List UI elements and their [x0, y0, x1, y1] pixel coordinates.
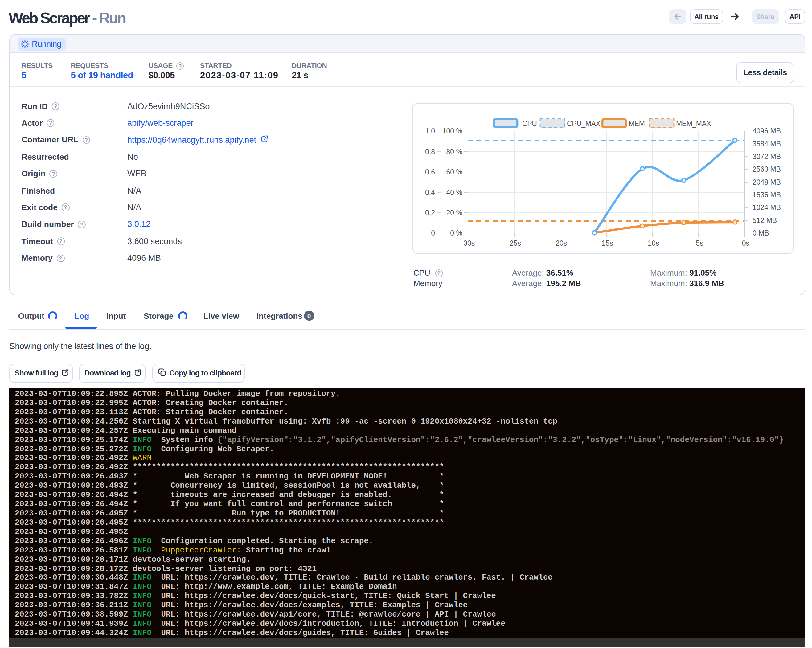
svg-text:40 %: 40 % — [446, 188, 462, 197]
svg-text:-25s: -25s — [507, 239, 521, 247]
svg-text:0,4: 0,4 — [425, 188, 435, 197]
svg-text:-20s: -20s — [553, 239, 567, 247]
svg-text:0,8: 0,8 — [425, 148, 435, 156]
svg-text:100 %: 100 % — [443, 127, 462, 135]
svg-text:MEM_MAX: MEM_MAX — [676, 120, 711, 128]
svg-text:-0s: -0s — [740, 239, 749, 247]
svg-text:4096 MB: 4096 MB — [752, 127, 781, 135]
svg-text:-10s: -10s — [646, 239, 659, 247]
svg-text:80 %: 80 % — [446, 148, 462, 156]
svg-text:0,6: 0,6 — [425, 168, 435, 176]
svg-text:3584 MB: 3584 MB — [752, 140, 781, 148]
svg-text:1536 MB: 1536 MB — [752, 191, 781, 199]
svg-text:-30s: -30s — [461, 239, 475, 247]
svg-text:2560 MB: 2560 MB — [752, 165, 781, 173]
svg-text:0 %: 0 % — [450, 229, 462, 237]
svg-text:1024 MB: 1024 MB — [752, 203, 781, 212]
svg-text:MEM: MEM — [629, 120, 645, 128]
svg-text:CPU: CPU — [522, 120, 537, 128]
svg-text:-15s: -15s — [599, 239, 613, 247]
svg-text:2048 MB: 2048 MB — [752, 178, 781, 186]
svg-text:CPU_MAX: CPU_MAX — [567, 120, 600, 128]
svg-text:3072 MB: 3072 MB — [752, 152, 781, 161]
svg-text:20 %: 20 % — [446, 209, 462, 217]
svg-text:512 MB: 512 MB — [752, 217, 777, 224]
svg-text:0: 0 — [431, 229, 435, 237]
svg-text:60 %: 60 % — [446, 168, 462, 176]
svg-text:-5s: -5s — [694, 239, 704, 247]
svg-text:0,2: 0,2 — [425, 209, 435, 217]
svg-text:0 MB: 0 MB — [752, 229, 769, 237]
svg-text:1,0: 1,0 — [425, 127, 435, 135]
